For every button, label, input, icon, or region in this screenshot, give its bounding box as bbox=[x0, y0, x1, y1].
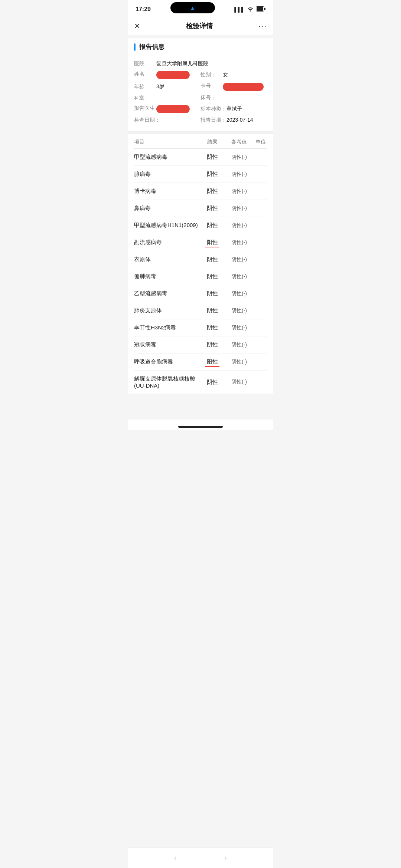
svg-rect-1 bbox=[264, 8, 265, 10]
hospital-value: 复旦大学附属儿科医院 bbox=[156, 60, 208, 67]
row-name: 呼吸道合胞病毒 bbox=[134, 358, 200, 365]
row-result: 阴性 bbox=[200, 256, 224, 263]
col-header-result: 结果 bbox=[200, 139, 224, 145]
row-name: 博卡病毒 bbox=[134, 188, 200, 195]
table-row: 乙型流感病毒阴性阴性(-) bbox=[134, 285, 267, 302]
name-col: 姓名 bbox=[134, 71, 200, 79]
row-ref: 阴性(-) bbox=[224, 342, 254, 348]
battery-icon bbox=[256, 6, 265, 13]
table-row: 偏肺病毒阴性阴性(-) bbox=[134, 268, 267, 285]
row-name: 腺病毒 bbox=[134, 171, 200, 178]
row-name: 肺炎支原体 bbox=[134, 307, 200, 314]
row-ref: 阴性(-) bbox=[224, 154, 254, 161]
name-label: 姓名 bbox=[134, 71, 156, 79]
report-date-label: 报告日期： bbox=[200, 117, 226, 124]
row-ref: 阴性(-) bbox=[224, 188, 254, 195]
page-header: ✕ 检验详情 ··· bbox=[128, 17, 273, 35]
row-ref: 阴性(-) bbox=[224, 308, 254, 314]
col-header-ref: 参考值 bbox=[224, 139, 254, 145]
table-row: 腺病毒阴性阴性(-) bbox=[134, 166, 267, 183]
status-icons: ▌▌▌ bbox=[234, 6, 265, 13]
table-row: 呼吸道合胞病毒阳性阴性(-) bbox=[134, 354, 267, 371]
table-row: 甲型流感病毒H1N1(2009)阴性阴性(-) bbox=[134, 217, 267, 234]
table-row: 鼻病毒阴性阴性(-) bbox=[134, 200, 267, 217]
row-ref: 阴性(-) bbox=[224, 379, 254, 385]
doctor-redact bbox=[156, 105, 190, 113]
gender-col: 性别： 女 bbox=[200, 72, 267, 78]
row-ref: 阴性(-) bbox=[224, 325, 254, 331]
card-col: 卡号 bbox=[200, 83, 267, 91]
report-info: 医院： 复旦大学附属儿科医院 姓名 性别： 女 年龄： 3岁 卡号 科室： 床号… bbox=[128, 56, 273, 131]
age-col: 年龄： 3岁 bbox=[134, 83, 200, 90]
table-body: 甲型流感病毒阴性阴性(-)腺病毒阴性阴性(-)博卡病毒阴性阴性(-)鼻病毒阴性阴… bbox=[134, 149, 267, 394]
page-title: 检验详情 bbox=[186, 22, 213, 30]
table-row: 肺炎支原体阴性阴性(-) bbox=[134, 302, 267, 319]
specimen-label: 标本种类： bbox=[200, 106, 226, 112]
exam-date-label: 检查日期： bbox=[134, 117, 160, 124]
age-value: 3岁 bbox=[156, 83, 164, 90]
row-name: 甲型流感病毒H1N1(2009) bbox=[134, 222, 200, 229]
table-row: 解脲支原体脱氧核糖核酸(UU-DNA)阴性阴性(-) bbox=[134, 371, 267, 394]
signal-icon: ▌▌▌ bbox=[234, 7, 245, 12]
row-ref: 阴性(-) bbox=[224, 205, 254, 212]
home-indicator bbox=[128, 420, 273, 430]
row-result: 阴性 bbox=[200, 205, 224, 212]
row-result: 阴性 bbox=[200, 273, 224, 280]
table-row: 季节性H3N2病毒阴性阴性(-) bbox=[134, 319, 267, 336]
row-result: 阴性 bbox=[200, 188, 224, 195]
dates-row: 检查日期： 报告日期： 2023-07-14 bbox=[134, 115, 267, 125]
row-result: 阴性 bbox=[200, 341, 224, 348]
more-button[interactable]: ··· bbox=[258, 22, 267, 30]
row-name: 解脲支原体脱氧核糖核酸(UU-DNA) bbox=[134, 375, 200, 389]
gender-label: 性别： bbox=[200, 72, 223, 78]
age-label: 年龄： bbox=[134, 83, 156, 90]
row-ref: 阴性(-) bbox=[224, 239, 254, 246]
card-label: 卡号 bbox=[200, 83, 223, 91]
row-result: 阳性 bbox=[200, 239, 224, 246]
name-gender-row: 姓名 性别： 女 bbox=[134, 69, 267, 81]
row-result: 阴性 bbox=[200, 379, 224, 386]
results-table: 项目 结果 参考值 单位 甲型流感病毒阴性阴性(-)腺病毒阴性阴性(-)博卡病毒… bbox=[128, 134, 273, 394]
report-date-value: 2023-07-14 bbox=[226, 117, 253, 124]
row-result: 阴性 bbox=[200, 290, 224, 297]
wifi-icon bbox=[247, 6, 254, 13]
name-redact bbox=[156, 71, 190, 79]
row-name: 鼻病毒 bbox=[134, 205, 200, 212]
navigation-arrow-icon: ▲ bbox=[190, 5, 195, 11]
dept-label: 科室： bbox=[134, 95, 156, 101]
specimen-value: 鼻拭子 bbox=[226, 106, 242, 112]
bottom-spacer bbox=[128, 394, 273, 420]
hospital-row: 医院： 复旦大学附属儿科医院 bbox=[134, 59, 267, 69]
row-result: 阳性 bbox=[200, 358, 224, 365]
row-ref: 阴性(-) bbox=[224, 273, 254, 280]
row-result: 阴性 bbox=[200, 324, 224, 331]
table-header: 项目 结果 参考值 单位 bbox=[134, 134, 267, 149]
section-title: 报告信息 bbox=[139, 43, 164, 51]
col-header-name: 项目 bbox=[134, 139, 200, 145]
row-name: 副流感病毒 bbox=[134, 239, 200, 246]
row-name: 偏肺病毒 bbox=[134, 273, 200, 280]
gender-value: 女 bbox=[223, 72, 228, 78]
row-result: 阴性 bbox=[200, 307, 224, 314]
report-date-col: 报告日期： 2023-07-14 bbox=[200, 117, 267, 124]
hospital-label: 医院： bbox=[134, 60, 156, 67]
home-bar bbox=[178, 426, 223, 428]
dept-bed-row: 科室： 床号： bbox=[134, 93, 267, 103]
section-header: 报告信息 bbox=[128, 38, 273, 56]
specimen-col: 标本种类： 鼻拭子 bbox=[200, 106, 267, 112]
row-result: 阴性 bbox=[200, 154, 224, 161]
section-indicator bbox=[134, 43, 136, 51]
table-row: 甲型流感病毒阴性阴性(-) bbox=[134, 149, 267, 166]
dynamic-island: ▲ bbox=[170, 2, 215, 13]
exam-date-col: 检查日期： bbox=[134, 117, 200, 124]
table-row: 衣原体阴性阴性(-) bbox=[134, 251, 267, 268]
table-row: 博卡病毒阴性阴性(-) bbox=[134, 183, 267, 200]
status-time: 17:29 bbox=[136, 6, 151, 13]
doctor-specimen-row: 报告医生 标本种类： 鼻拭子 bbox=[134, 103, 267, 115]
close-button[interactable]: ✕ bbox=[134, 22, 140, 30]
bed-label: 床号： bbox=[200, 95, 223, 101]
dept-col: 科室： bbox=[134, 95, 200, 101]
svg-rect-2 bbox=[257, 7, 263, 11]
row-ref: 阴性(-) bbox=[224, 256, 254, 263]
card-redact bbox=[223, 83, 264, 91]
